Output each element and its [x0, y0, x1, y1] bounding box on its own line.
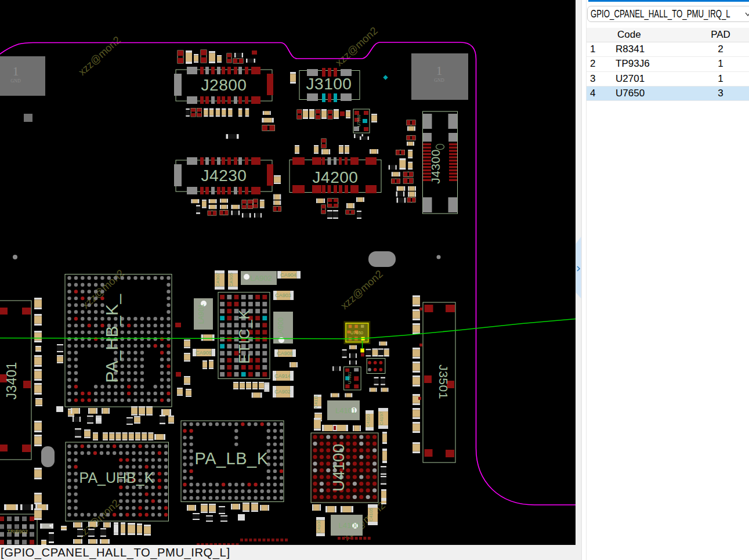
- svg-text:LA902: LA902: [250, 274, 272, 283]
- svg-text:J4230: J4230: [201, 167, 247, 185]
- svg-text:L4101: L4101: [335, 406, 356, 415]
- svg-text:ETIC_K: ETIC_K: [236, 309, 253, 364]
- svg-text:C4111: C4111: [313, 395, 319, 408]
- svg-text:GND: GND: [10, 78, 21, 84]
- svg-text:J3100: J3100: [306, 75, 352, 93]
- svg-text:U4100: U4100: [330, 444, 348, 492]
- svg-text:J3501: J3501: [437, 364, 450, 399]
- svg-text:CA905: CA905: [229, 272, 234, 287]
- svg-text:CA908: CA908: [277, 351, 293, 356]
- svg-text:U7600: U7600: [357, 115, 361, 127]
- svg-text:U7601: U7601: [348, 372, 352, 384]
- svg-text:CA909: CA909: [196, 350, 212, 356]
- svg-text:GND: GND: [434, 78, 444, 83]
- svg-text:LA901: LA901: [197, 304, 205, 324]
- svg-text:J4300: J4300: [429, 149, 442, 184]
- svg-text:J3401: J3401: [4, 362, 19, 399]
- svg-text:TRIB902: TRIB902: [7, 529, 28, 534]
- svg-text:CA907: CA907: [215, 272, 220, 287]
- svg-text:J4200: J4200: [313, 168, 359, 186]
- svg-text:CA902: CA902: [274, 389, 291, 395]
- svg-text:C4197: C4197: [379, 411, 384, 425]
- svg-text:CA903: CA903: [275, 292, 291, 298]
- svg-text:C4110: C4110: [366, 414, 371, 428]
- svg-text:J2800: J2800: [201, 76, 247, 94]
- svg-text:U7650: U7650: [350, 330, 363, 335]
- svg-text:C4105: C4105: [368, 508, 374, 522]
- svg-text:PA_LB_K: PA_LB_K: [194, 449, 268, 468]
- svg-text:CA914: CA914: [274, 373, 291, 379]
- svg-text:CA904: CA904: [280, 272, 296, 278]
- svg-text:C4100: C4100: [316, 519, 321, 533]
- svg-text:LA900: LA900: [277, 317, 285, 338]
- svg-text:L4100: L4100: [338, 521, 359, 530]
- svg-text:PA_UHB_K: PA_UHB_K: [79, 469, 154, 486]
- svg-text:1: 1: [13, 64, 19, 78]
- svg-text:1: 1: [436, 63, 443, 78]
